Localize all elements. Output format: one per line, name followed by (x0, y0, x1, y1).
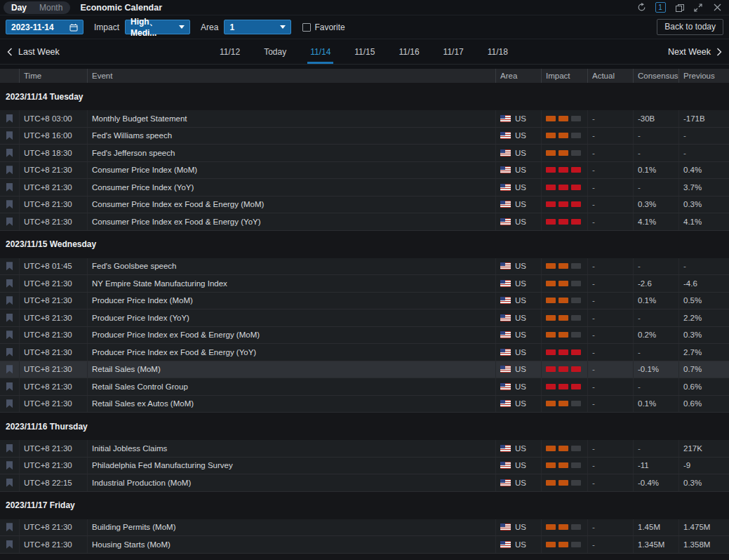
event-row[interactable]: UTC+8 22:15Industrial Production (MoM)US… (0, 474, 729, 492)
bookmark-icon[interactable] (6, 479, 13, 487)
bookmark-icon[interactable] (6, 131, 13, 140)
impact-bar (571, 133, 581, 138)
header-actual[interactable]: Actual (588, 69, 634, 83)
actual-cell: - (588, 361, 634, 378)
bookmark-icon[interactable] (6, 279, 13, 288)
area-cell: US (496, 474, 542, 491)
date-section-header: 2023/11/14 Tuesday (0, 83, 729, 110)
area-code: US (515, 331, 526, 339)
area-cell: US (496, 110, 542, 127)
bookmark-icon[interactable] (6, 166, 13, 174)
event-row[interactable]: UTC+8 21:30Housing Starts (MoM)US-1.345M… (0, 536, 729, 554)
bookmark-icon[interactable] (6, 296, 13, 305)
event-row[interactable]: UTC+8 21:30Retail Sales (MoM)US--0.1%0.7… (0, 361, 729, 379)
header-time[interactable]: Time (20, 69, 88, 83)
bookmark-icon[interactable] (6, 331, 13, 339)
refresh-icon[interactable] (635, 1, 648, 14)
header-event[interactable]: Event (88, 69, 496, 83)
event-cell: Consumer Price Index ex Food & Energy (M… (88, 196, 496, 213)
impact-cell (542, 258, 588, 275)
impact-cell (542, 344, 588, 361)
event-row[interactable]: UTC+8 21:30Retail Sales Control GroupUS-… (0, 378, 729, 396)
event-row[interactable]: UTC+8 21:30Producer Price Index (MoM)US-… (0, 293, 729, 310)
header-impact[interactable]: Impact (542, 69, 588, 83)
date-picker[interactable]: 2023-11-14 (6, 20, 83, 34)
date-section-header: 2023/11/17 Friday (0, 492, 729, 519)
bookmark-icon[interactable] (6, 365, 13, 373)
event-cell: Retail Sales (MoM) (88, 361, 496, 378)
event-row[interactable]: UTC+8 21:30Producer Price Index ex Food … (0, 327, 729, 345)
event-row[interactable]: UTC+8 21:30NY Empire State Manufacturing… (0, 275, 729, 293)
bookmark-icon[interactable] (6, 183, 13, 192)
bookmark-icon[interactable] (6, 218, 13, 226)
event-row[interactable]: UTC+8 18:30Fed's Jefferson speechUS--- (0, 145, 729, 162)
bookmark-icon[interactable] (6, 262, 13, 270)
time-cell: UTC+8 21:30 (20, 440, 88, 457)
week-day-tab-11-15[interactable]: 11/15 (347, 39, 382, 64)
event-row[interactable]: UTC+8 21:30Philadelphia Fed Manufacturin… (0, 458, 729, 475)
area-dropdown[interactable]: 1 (224, 20, 291, 34)
event-row[interactable]: UTC+8 21:30Building Permits (MoM)US-1.45… (0, 519, 729, 537)
area-cell: US (496, 309, 542, 326)
bookmark-icon[interactable] (6, 444, 13, 453)
event-cell: Consumer Price Index ex Food & Energy (Y… (88, 213, 496, 230)
tab-day[interactable]: Day (5, 1, 33, 14)
event-row[interactable]: UTC+8 21:30Producer Price Index (YoY)US-… (0, 309, 729, 327)
last-week-button[interactable]: Last Week (7, 39, 60, 64)
bookmark-icon[interactable] (6, 382, 13, 391)
date-value: 2023-11-14 (11, 22, 54, 32)
event-row[interactable]: UTC+8 21:30Consumer Price Index ex Food … (0, 213, 729, 231)
week-day-tab-11-16[interactable]: 11/16 (392, 39, 426, 64)
header-previous[interactable]: Previous (679, 69, 729, 83)
week-day-tab-today[interactable]: Today (257, 39, 293, 64)
bookmark-icon[interactable] (6, 149, 13, 157)
week-day-tab-11-12[interactable]: 11/12 (213, 39, 247, 64)
actual-cell: - (588, 344, 634, 361)
impact-bar (571, 219, 581, 225)
bookmark-icon[interactable] (6, 399, 13, 408)
bookmark-icon[interactable] (6, 540, 13, 549)
back-to-today-button[interactable]: Back to today (657, 19, 723, 35)
event-row[interactable]: UTC+8 21:30Producer Price Index ex Food … (0, 344, 729, 361)
event-row[interactable]: UTC+8 01:45Fed's Goolsbee speechUS--- (0, 258, 729, 276)
week-day-tab-11-17[interactable]: 11/17 (436, 39, 471, 64)
expand-window-icon[interactable] (692, 1, 704, 14)
bookmark-icon[interactable] (6, 314, 13, 322)
impact-bar (559, 446, 568, 451)
tab-month[interactable]: Month (33, 1, 69, 14)
consensus-cell: 4.1% (634, 213, 679, 230)
area-cell: US (496, 327, 542, 344)
event-row[interactable]: UTC+8 21:30Initial Jobless ClaimsUS--217… (0, 440, 729, 458)
previous-cell: 0.6% (679, 378, 729, 395)
area-code: US (515, 149, 526, 157)
impact-dropdown[interactable]: High、Medi... (125, 20, 190, 34)
event-row[interactable]: UTC+8 03:00Monthly Budget StatementUS--3… (0, 110, 729, 128)
event-row[interactable]: UTC+8 21:30Consumer Price Index ex Food … (0, 196, 729, 214)
favorite-checkbox[interactable] (302, 23, 311, 32)
panel-count-button[interactable]: 1 (654, 1, 667, 14)
event-row[interactable]: UTC+8 21:30Retail Sales ex Autos (MoM)US… (0, 396, 729, 413)
bookmark-cell (0, 162, 20, 179)
restore-window-icon[interactable] (673, 1, 685, 14)
event-row[interactable]: UTC+8 21:30Consumer Price Index (MoM)US-… (0, 162, 729, 180)
week-day-tab-11-18[interactable]: 11/18 (481, 39, 515, 64)
bookmark-icon[interactable] (6, 348, 13, 356)
close-icon[interactable] (711, 1, 723, 14)
time-cell: UTC+8 21:30 (20, 309, 88, 326)
impact-cell (542, 378, 588, 395)
bookmark-icon[interactable] (6, 114, 13, 123)
event-row[interactable]: UTC+8 16:00Fed's Williams speechUS--- (0, 128, 729, 145)
week-day-tab-11-14[interactable]: 11/14 (303, 39, 337, 64)
actual-cell: - (588, 179, 634, 196)
bookmark-icon[interactable] (6, 523, 13, 531)
event-row[interactable]: UTC+8 21:30Consumer Price Index (YoY)US-… (0, 179, 729, 196)
impact-bars-medium (546, 401, 581, 406)
header-area[interactable]: Area (496, 69, 542, 83)
consensus-cell: 1.345M (634, 536, 679, 553)
header-consensus[interactable]: Consensus (634, 69, 679, 83)
impact-label: Impact (94, 22, 119, 32)
next-week-button[interactable]: Next Week (668, 39, 722, 64)
time-cell: UTC+8 18:30 (20, 145, 88, 161)
bookmark-icon[interactable] (6, 200, 13, 208)
bookmark-icon[interactable] (6, 461, 13, 469)
